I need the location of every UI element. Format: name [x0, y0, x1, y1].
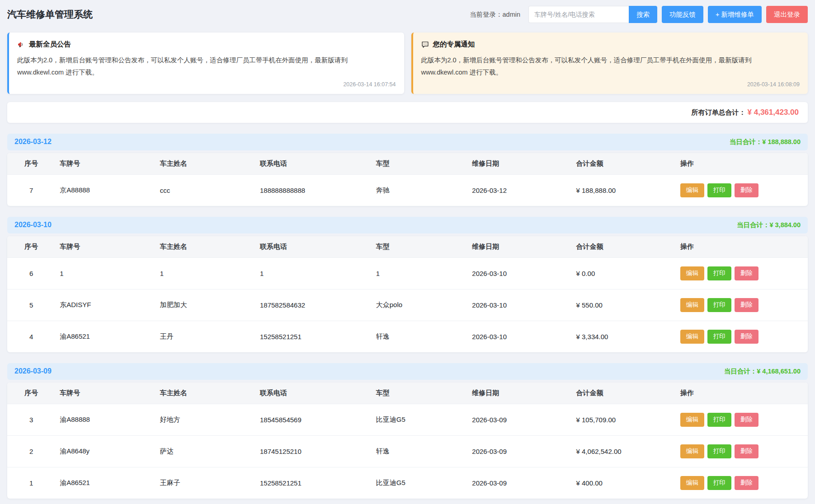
print-button[interactable]: 打印 — [707, 413, 731, 427]
print-button[interactable]: 打印 — [707, 298, 731, 312]
delete-button[interactable]: 删除 — [735, 330, 758, 344]
section-date: 2026-03-10 — [14, 221, 52, 229]
orders-table: 序号车牌号车主姓名联系电话车型维修日期合计金额操作 611112026-03-1… — [7, 236, 808, 352]
cell-plate: 渝A86521 — [55, 467, 155, 499]
column-header: 操作 — [676, 153, 808, 175]
table-row: 5东ADISYF加肥加大187582584632大众polo2026-03-10… — [7, 289, 808, 321]
cell-index: 3 — [7, 404, 55, 435]
orders-table: 序号车牌号车主姓名联系电话车型维修日期合计金额操作 7京A88888ccc188… — [7, 153, 808, 206]
table-row: 4渝A86521王丹15258521251轩逸2026-03-10¥ 3,334… — [7, 321, 808, 352]
edit-button[interactable]: 编辑 — [680, 413, 704, 427]
cell-car-model: 1 — [372, 257, 468, 289]
column-header: 车型 — [372, 236, 468, 258]
grand-total-amount: ¥ 4,361,423.00 — [748, 108, 799, 117]
add-repair-order-button[interactable]: + 新增维修单 — [708, 6, 762, 23]
delete-button[interactable]: 删除 — [735, 476, 758, 490]
day-total: 当日合计：¥ 3,884.00 — [737, 221, 801, 229]
cell-phone: 1 — [255, 257, 372, 289]
feedback-button[interactable]: 功能反馈 — [662, 6, 703, 23]
row-actions: 编辑打印删除 — [676, 257, 808, 289]
cell-phone: 15258521251 — [255, 467, 372, 499]
cell-repair-date: 2026-03-09 — [467, 404, 571, 435]
cell-index: 7 — [7, 174, 55, 206]
cell-owner-name: 萨达 — [155, 435, 255, 467]
delete-button[interactable]: 删除 — [735, 298, 758, 312]
row-actions: 编辑打印删除 — [676, 435, 808, 467]
cell-owner-name: 王麻子 — [155, 467, 255, 499]
edit-button[interactable]: 编辑 — [680, 183, 704, 197]
cell-phone: 15258521251 — [255, 321, 372, 352]
announcement-title: 您的专属通知 — [433, 40, 475, 49]
announcement-card-personal: 您的专属通知 此版本为2.0，新增后台账号管理和公告发布，可以私发个人账号，适合… — [411, 33, 808, 94]
edit-button[interactable]: 编辑 — [680, 330, 704, 344]
column-header: 合计金额 — [572, 236, 676, 258]
cell-amount: ¥ 0.00 — [572, 257, 676, 289]
cell-phone: 18545854569 — [255, 404, 372, 435]
delete-button[interactable]: 删除 — [735, 183, 758, 197]
cell-car-model: 轩逸 — [372, 435, 468, 467]
date-bar: 2026-03-10 当日合计：¥ 3,884.00 — [7, 217, 808, 233]
page-container: 汽车维修单管理系统 当前登录：admin 搜索 功能反馈 + 新增维修单 退出登… — [0, 0, 815, 499]
column-header: 操作 — [676, 236, 808, 258]
column-header: 合计金额 — [572, 153, 676, 175]
row-actions: 编辑打印删除 — [676, 404, 808, 435]
date-bar: 2026-03-12 当日合计：¥ 188,888.00 — [7, 134, 808, 150]
cell-repair-date: 2026-03-10 — [467, 289, 571, 321]
cell-owner-name: 王丹 — [155, 321, 255, 352]
edit-button[interactable]: 编辑 — [680, 476, 704, 490]
column-header: 合计金额 — [572, 383, 676, 404]
day-section: 2026-03-10 当日合计：¥ 3,884.00 序号车牌号车主姓名联系电话… — [7, 217, 808, 352]
page-title: 汽车维修单管理系统 — [7, 8, 93, 21]
column-header: 维修日期 — [467, 153, 571, 175]
table-row: 611112026-03-10¥ 0.00编辑打印删除 — [7, 257, 808, 289]
announcement-title: 最新全员公告 — [29, 40, 71, 49]
row-actions: 编辑打印删除 — [676, 321, 808, 352]
cell-index: 2 — [7, 435, 55, 467]
search-button[interactable]: 搜索 — [629, 6, 657, 23]
top-bar: 汽车维修单管理系统 当前登录：admin 搜索 功能反馈 + 新增维修单 退出登… — [7, 0, 808, 29]
cell-amount: ¥ 4,062,542.00 — [572, 435, 676, 467]
cell-index: 6 — [7, 257, 55, 289]
table-row: 3渝A88888好地方18545854569比亚迪G52026-03-09¥ 1… — [7, 404, 808, 435]
search-input[interactable] — [528, 6, 629, 23]
top-bar-actions: 当前登录：admin 搜索 功能反馈 + 新增维修单 退出登录 — [470, 6, 808, 23]
table-body: 7京A88888ccc188888888888奔驰2026-03-12¥ 188… — [7, 174, 808, 206]
table-header-row: 序号车牌号车主姓名联系电话车型维修日期合计金额操作 — [7, 153, 808, 175]
table-header-row: 序号车牌号车主姓名联系电话车型维修日期合计金额操作 — [7, 383, 808, 404]
edit-button[interactable]: 编辑 — [680, 444, 704, 458]
search-group: 搜索 — [528, 6, 657, 23]
print-button[interactable]: 打印 — [707, 330, 731, 344]
announcement-body: 此版本为2.0，新增后台账号管理和公告发布，可以私发个人账号，适合修理厂员工带手… — [17, 54, 396, 79]
edit-button[interactable]: 编辑 — [680, 266, 704, 280]
day-total: 当日合计：¥ 188,888.00 — [730, 138, 801, 146]
cell-repair-date: 2026-03-09 — [467, 467, 571, 499]
column-header: 车主姓名 — [155, 383, 255, 404]
print-button[interactable]: 打印 — [707, 183, 731, 197]
announcement-title-row: 最新全员公告 — [17, 40, 396, 49]
print-button[interactable]: 打印 — [707, 266, 731, 280]
column-header: 联系电话 — [255, 153, 372, 175]
cell-plate: 东ADISYF — [55, 289, 155, 321]
cell-index: 5 — [7, 289, 55, 321]
cell-owner-name: 好地方 — [155, 404, 255, 435]
day-total: 当日合计：¥ 4,168,651.00 — [724, 367, 801, 376]
orders-grand-total-bar: 所有订单总合计： ¥ 4,361,423.00 — [7, 102, 808, 123]
delete-button[interactable]: 删除 — [735, 266, 758, 280]
column-header: 序号 — [7, 236, 55, 258]
orders-table: 序号车牌号车主姓名联系电话车型维修日期合计金额操作 3渝A88888好地方185… — [7, 383, 808, 499]
logout-button[interactable]: 退出登录 — [766, 6, 808, 23]
column-header: 车主姓名 — [155, 153, 255, 175]
column-header: 车型 — [372, 383, 468, 404]
cell-amount: ¥ 105,709.00 — [572, 404, 676, 435]
edit-button[interactable]: 编辑 — [680, 298, 704, 312]
orders-table-card: 序号车牌号车主姓名联系电话车型维修日期合计金额操作 3渝A88888好地方185… — [7, 383, 808, 499]
print-button[interactable]: 打印 — [707, 476, 731, 490]
section-date: 2026-03-12 — [14, 138, 52, 146]
print-button[interactable]: 打印 — [707, 444, 731, 458]
delete-button[interactable]: 删除 — [735, 413, 758, 427]
cell-amount: ¥ 3,334.00 — [572, 321, 676, 352]
cell-phone: 187582584632 — [255, 289, 372, 321]
cell-owner-name: ccc — [155, 174, 255, 206]
delete-button[interactable]: 删除 — [735, 444, 758, 458]
table-header-row: 序号车牌号车主姓名联系电话车型维修日期合计金额操作 — [7, 236, 808, 258]
